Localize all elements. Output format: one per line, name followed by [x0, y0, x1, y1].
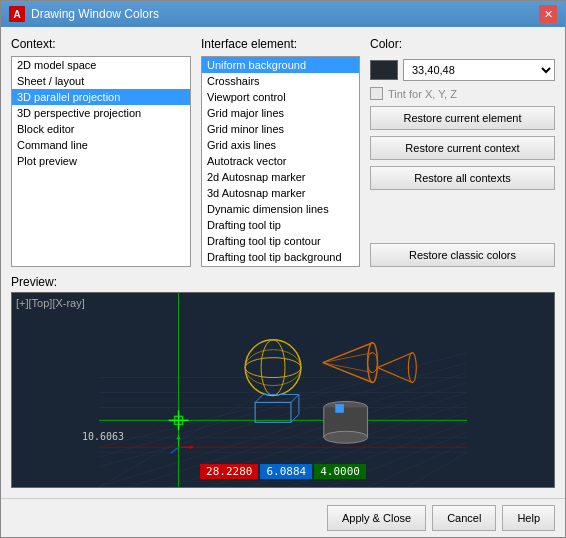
context-label: Context:	[11, 37, 191, 51]
preview-tag: [+][Top][X-ray]	[16, 297, 85, 309]
title-bar-left: A Drawing Window Colors	[9, 6, 159, 22]
preview-section: Preview:	[11, 275, 555, 488]
restore-all-button[interactable]: Restore all contexts	[370, 166, 555, 190]
interface-label: Interface element:	[201, 37, 360, 51]
coord-z: 4.0000	[314, 464, 366, 479]
interface-item-uniform-bg[interactable]: Uniform background	[202, 57, 359, 73]
interface-item-viewport-ctrl[interactable]: Viewport control	[202, 89, 359, 105]
tint-row: Tint for X, Y, Z	[370, 87, 555, 100]
title-bar: A Drawing Window Colors ✕	[1, 1, 565, 27]
interface-list[interactable]: Uniform backgroundCrosshairsViewport con…	[201, 56, 360, 267]
svg-rect-48	[336, 404, 344, 412]
app-icon: A	[9, 6, 25, 22]
interface-panel: Interface element: Uniform backgroundCro…	[201, 37, 360, 267]
color-swatch	[370, 60, 398, 80]
interface-item-autosnap-3d[interactable]: 3d Autosnap marker	[202, 185, 359, 201]
interface-item-autosnap-2d[interactable]: 2d Autosnap marker	[202, 169, 359, 185]
coordinate-display: 28.2280 6.0884 4.0000	[200, 464, 366, 479]
preview-label: Preview:	[11, 275, 555, 289]
context-item-command-line[interactable]: Command line	[12, 137, 190, 153]
tint-checkbox[interactable]	[370, 87, 383, 100]
top-section: Context: 2D model spaceSheet / layout3D …	[11, 37, 555, 267]
coord-x: 28.2280	[200, 464, 258, 479]
context-panel: Context: 2D model spaceSheet / layout3D …	[11, 37, 191, 267]
interface-item-grid-axis[interactable]: Grid axis lines	[202, 137, 359, 153]
interface-item-draft-tip[interactable]: Drafting tool tip	[202, 217, 359, 233]
dialog-title: Drawing Window Colors	[31, 7, 159, 21]
context-item-plot-preview[interactable]: Plot preview	[12, 153, 190, 169]
close-button[interactable]: ✕	[539, 5, 557, 23]
interface-item-crosshairs[interactable]: Crosshairs	[202, 73, 359, 89]
interface-item-dyn-dim[interactable]: Dynamic dimension lines	[202, 201, 359, 217]
color-label: Color:	[370, 37, 555, 51]
preview-svg	[12, 293, 554, 487]
color-dropdown[interactable]: 33,40,48	[403, 59, 555, 81]
restore-classic-button[interactable]: Restore classic colors	[370, 243, 555, 267]
interface-item-draft-tip-contour[interactable]: Drafting tool tip contour	[202, 233, 359, 249]
dimension-label: 10.6063	[82, 431, 124, 442]
right-panel: Color: 33,40,48 Tint for X, Y, Z Restore…	[370, 37, 555, 267]
interface-item-autotrack[interactable]: Autotrack vector	[202, 153, 359, 169]
preview-canvas: [+][Top][X-ray] 10.6063 28.2280 6.0884 4…	[11, 292, 555, 488]
drawing-window-colors-dialog: A Drawing Window Colors ✕ Context: 2D mo…	[0, 0, 566, 538]
coord-y: 6.0884	[260, 464, 312, 479]
context-item-block-editor[interactable]: Block editor	[12, 121, 190, 137]
context-item-3d-perspective[interactable]: 3D perspective projection	[12, 105, 190, 121]
color-row: 33,40,48	[370, 59, 555, 81]
help-button[interactable]: Help	[502, 505, 555, 531]
cylinder-shape	[324, 401, 368, 443]
interface-item-grid-minor[interactable]: Grid minor lines	[202, 121, 359, 137]
interface-item-draft-tip-bg[interactable]: Drafting tool tip background	[202, 249, 359, 265]
cancel-button[interactable]: Cancel	[432, 505, 496, 531]
context-list[interactable]: 2D model spaceSheet / layout3D parallel …	[11, 56, 191, 267]
restore-context-button[interactable]: Restore current context	[370, 136, 555, 160]
dialog-content: Context: 2D model spaceSheet / layout3D …	[1, 27, 565, 498]
svg-point-45	[324, 431, 368, 443]
bottom-bar: Apply & Close Cancel Help	[1, 498, 565, 537]
interface-item-grid-major[interactable]: Grid major lines	[202, 105, 359, 121]
restore-element-button[interactable]: Restore current element	[370, 106, 555, 130]
context-item-3d-parallel[interactable]: 3D parallel projection	[12, 89, 190, 105]
tint-label: Tint for X, Y, Z	[388, 88, 457, 100]
interface-item-ctrl-vertices[interactable]: Control vertices hull	[202, 265, 359, 267]
context-item-2d-model[interactable]: 2D model space	[12, 57, 190, 73]
apply-close-button[interactable]: Apply & Close	[327, 505, 426, 531]
context-item-sheet-layout[interactable]: Sheet / layout	[12, 73, 190, 89]
